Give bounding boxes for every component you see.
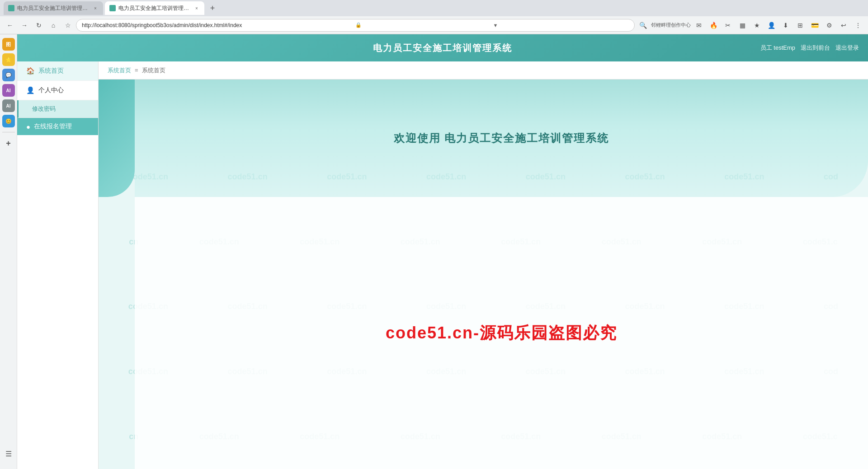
mail-icon[interactable]: ✉ <box>693 19 705 32</box>
bookmark-button[interactable]: ☆ <box>61 19 74 32</box>
change-password-label: 修改密码 <box>32 105 56 113</box>
sidebar-item-change-password[interactable]: 修改密码 <box>17 100 98 118</box>
search-icon[interactable]: 🔍 <box>637 19 649 32</box>
home-icon: 🏠 <box>26 67 35 75</box>
breadcrumb-current: 系统首页 <box>142 66 165 75</box>
header-user-info: 员工 testEmp 退出到前台 退出登录 <box>760 44 859 52</box>
nav-bar: ← → ↻ ⌂ ☆ http://localhost:8080/springbo… <box>0 16 868 34</box>
back-button[interactable]: ← <box>4 19 16 32</box>
tab-bar: 电力员工安全施工培训管理系统 × 电力员工安全施工培训管理系统 × + <box>0 0 868 16</box>
forward-button[interactable]: → <box>18 19 31 32</box>
teal-corner-decoration <box>99 80 135 197</box>
tab-close-1[interactable]: × <box>92 5 99 11</box>
bullet-icon: ● <box>26 123 30 131</box>
more-icon[interactable]: ⋮ <box>852 19 864 32</box>
app-container: 电力员工安全施工培训管理系统 员工 testEmp 退出到前台 退出登录 🏠 系… <box>17 34 868 469</box>
tab-close-2[interactable]: × <box>193 5 200 11</box>
wallet-icon[interactable]: 💳 <box>808 19 821 32</box>
breadcrumb: 系统首页 ≡ 系统首页 <box>99 61 868 80</box>
star-fill-icon[interactable]: ★ <box>750 19 763 32</box>
tab-favicon-1 <box>8 5 14 11</box>
ext-icon-3[interactable]: 💬 <box>2 69 15 81</box>
app-header: 电力员工安全施工培训管理系统 员工 testEmp 退出到前台 退出登录 <box>17 34 868 61</box>
tab-inactive[interactable]: 电力员工安全施工培训管理系统 × <box>4 1 103 15</box>
grid-icon[interactable]: ▦ <box>736 19 749 32</box>
ext-divider <box>2 132 15 132</box>
list-icon[interactable]: ☰ <box>2 447 15 460</box>
search-label[interactable]: 邻鲤畔理创作中心 <box>651 22 691 28</box>
nav-right-icons: 🔍 邻鲤畔理创作中心 ✉ 🔥 ✂ ▦ ★ 👤 ⬇ ⊞ 💳 ⚙ ↩ ⋮ <box>637 19 864 32</box>
sidebar: 🏠 系统首页 👤 个人中心 修改密码 ● 在线报名管理 <box>17 61 99 469</box>
content-area: 系统首页 ≡ 系统首页 code51.cn code51.cn code51.c… <box>99 61 868 469</box>
person-icon: 👤 <box>26 86 35 94</box>
content-body: code51.cn code51.cn code51.cn code51.cn … <box>99 80 868 469</box>
address-bar[interactable]: http://localhost:8080/springboot5b3os/ad… <box>76 19 635 32</box>
app-title: 电力员工安全施工培训管理系统 <box>373 42 512 54</box>
goto-front-link[interactable]: 退出到前台 <box>801 44 830 52</box>
welcome-panel: 欢迎使用 电力员工安全施工培训管理系统 <box>135 80 868 197</box>
sidebar-section-registration[interactable]: ● 在线报名管理 <box>17 118 98 135</box>
tab-active[interactable]: 电力员工安全施工培训管理系统 × <box>105 1 204 15</box>
sidebar-item-personal[interactable]: 👤 个人中心 <box>17 81 98 100</box>
ext-icon-4[interactable]: AI <box>2 84 15 97</box>
extensions-panel: 图 ⭐ 💬 AI AI 😊 + ☰ <box>0 34 17 469</box>
white-panel: code51.cn-源码乐园盗图必究 <box>135 197 868 469</box>
apps-grid-icon[interactable]: ⊞ <box>794 19 807 32</box>
tab-add-button[interactable]: + <box>206 2 219 14</box>
ext-icon-1[interactable]: 图 <box>2 38 15 51</box>
main-watermark-text: code51.cn-源码乐园盗图必究 <box>386 322 617 344</box>
add-tab-button[interactable]: + <box>2 137 15 150</box>
address-text: http://localhost:8080/springboot5b3os/ad… <box>82 22 355 28</box>
logout-link[interactable]: 退出登录 <box>835 44 859 52</box>
tab-favicon-2 <box>109 5 116 11</box>
breadcrumb-home[interactable]: 系统首页 <box>108 66 131 75</box>
user-icon[interactable]: 👤 <box>765 19 778 32</box>
address-right: 🔒 ▼ <box>355 22 629 28</box>
fire-icon[interactable]: 🔥 <box>707 19 720 32</box>
shield-icon: 🔒 <box>355 22 491 28</box>
home-button[interactable]: ⌂ <box>47 19 60 32</box>
ext-icon-5[interactable]: AI <box>2 99 15 112</box>
tab-label-2: 电力员工安全施工培训管理系统 <box>118 5 191 12</box>
registration-label: 在线报名管理 <box>34 122 72 131</box>
sidebar-home-label: 系统首页 <box>38 67 64 75</box>
refresh-button[interactable]: ↻ <box>33 19 45 32</box>
welcome-text: 欢迎使用 电力员工安全施工培训管理系统 <box>394 131 609 145</box>
scissors-icon[interactable]: ✂ <box>722 19 734 32</box>
undo-icon[interactable]: ↩ <box>837 19 850 32</box>
ext-icon-2[interactable]: ⭐ <box>2 53 15 66</box>
sidebar-personal-label: 个人中心 <box>38 86 64 94</box>
ext-icon-6[interactable]: 😊 <box>2 115 15 127</box>
breadcrumb-sep: ≡ <box>135 67 138 74</box>
download-icon[interactable]: ⬇ <box>779 19 792 32</box>
sidebar-item-home[interactable]: 🏠 系统首页 <box>17 61 98 81</box>
user-label: 员工 testEmp <box>760 44 795 52</box>
tab-label-1: 电力员工安全施工培训管理系统 <box>17 5 90 12</box>
settings-icon[interactable]: ⚙ <box>823 19 835 32</box>
main-layout: 🏠 系统首页 👤 个人中心 修改密码 ● 在线报名管理 系统首页 ≡ 系统首页 <box>17 61 868 469</box>
dropdown-icon: ▼ <box>493 23 629 28</box>
